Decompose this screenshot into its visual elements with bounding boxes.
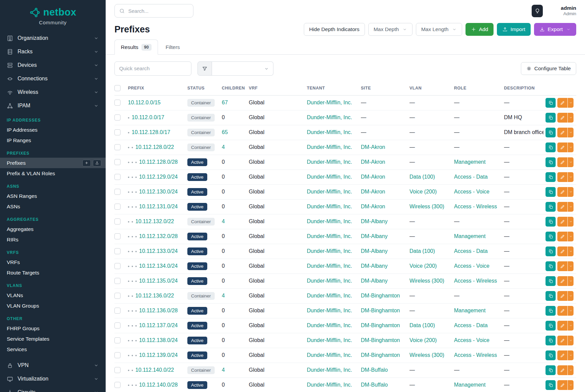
edit-dropdown-caret[interactable]: [568, 232, 574, 241]
column-header-tenant[interactable]: TENANT: [307, 81, 361, 95]
row-checkbox[interactable]: [114, 174, 121, 180]
site-link[interactable]: DM-Binghamton: [361, 308, 400, 313]
sidebar-item-ip-ranges[interactable]: IP Ranges: [0, 135, 106, 146]
column-header-vrf[interactable]: VRF: [249, 81, 307, 95]
column-header-vlan[interactable]: VLAN: [409, 81, 454, 95]
edit-button[interactable]: [557, 98, 567, 108]
copy-button[interactable]: [546, 172, 556, 182]
vlan-link[interactable]: Voice (200): [409, 263, 437, 269]
prefix-link[interactable]: 10.112.128.0/28: [139, 159, 178, 165]
prefix-link[interactable]: 10.112.128.0/22: [135, 144, 174, 150]
role-link[interactable]: Access - Voice: [454, 263, 489, 269]
edit-dropdown-caret[interactable]: [568, 142, 574, 152]
site-link[interactable]: DM-Buffalo: [361, 367, 388, 373]
sidebar-item-service-templates[interactable]: Service Templates: [0, 334, 106, 344]
copy-button[interactable]: [546, 142, 556, 152]
tenant-link[interactable]: Dunder-Mifflin, Inc.: [307, 263, 352, 269]
edit-dropdown-caret[interactable]: [568, 187, 574, 197]
prefix-link[interactable]: 10.112.129.0/24: [139, 174, 178, 180]
tenant-link[interactable]: Dunder-Mifflin, Inc.: [307, 174, 352, 180]
edit-button[interactable]: [557, 142, 567, 152]
sidebar-item-ipam[interactable]: IPAM: [0, 99, 106, 112]
children-link[interactable]: 4: [222, 293, 225, 298]
sidebar-item-rirs[interactable]: RIRs: [0, 234, 106, 245]
copy-button[interactable]: [546, 291, 556, 301]
edit-dropdown-caret[interactable]: [568, 306, 574, 316]
edit-button[interactable]: [557, 187, 567, 197]
edit-button[interactable]: [557, 350, 567, 360]
row-checkbox[interactable]: [114, 278, 121, 284]
tenant-link[interactable]: Dunder-Mifflin, Inc.: [307, 189, 352, 194]
row-checkbox[interactable]: [114, 129, 121, 135]
edit-dropdown-caret[interactable]: [568, 98, 574, 108]
copy-button[interactable]: [546, 365, 556, 375]
role-link[interactable]: Access - Voice: [454, 337, 489, 343]
prefix-link[interactable]: 10.112.135.0/24: [139, 278, 178, 284]
copy-button[interactable]: [546, 202, 556, 212]
role-link[interactable]: Access - Wireless: [454, 278, 497, 284]
site-link[interactable]: DM-Akron: [361, 189, 385, 194]
sidebar-item-circuits[interactable]: Circuits: [0, 386, 106, 392]
tenant-link[interactable]: Dunder-Mifflin, Inc.: [307, 322, 352, 328]
prefix-link[interactable]: 10.112.138.0/24: [139, 337, 178, 343]
row-checkbox[interactable]: [114, 189, 121, 195]
children-link[interactable]: 65: [222, 129, 228, 135]
tab-filters[interactable]: Filters: [159, 40, 186, 55]
prefix-link[interactable]: 10.112.136.0/22: [135, 293, 174, 298]
edit-button[interactable]: [557, 246, 567, 256]
site-link[interactable]: DM-Binghamton: [361, 322, 400, 328]
edit-button[interactable]: [557, 128, 567, 137]
edit-button[interactable]: [557, 172, 567, 182]
edit-button[interactable]: [557, 157, 567, 167]
row-checkbox[interactable]: [114, 293, 121, 299]
tenant-link[interactable]: Dunder-Mifflin, Inc.: [307, 352, 352, 358]
site-link[interactable]: DM-Binghamton: [361, 352, 400, 358]
tenant-link[interactable]: Dunder-Mifflin, Inc.: [307, 204, 352, 209]
sidebar-item-racks[interactable]: Racks: [0, 45, 106, 58]
import-button[interactable]: Import: [497, 23, 531, 36]
sidebar-item-aggregates[interactable]: Aggregates: [0, 224, 106, 234]
sidebar-item-organization[interactable]: Organization: [0, 31, 106, 45]
edit-dropdown-caret[interactable]: [568, 365, 574, 375]
row-checkbox[interactable]: [114, 204, 121, 210]
prefix-link[interactable]: 10.112.131.0/24: [139, 204, 178, 209]
sidebar-item-virtualization[interactable]: Virtualization: [0, 372, 106, 386]
user-menu[interactable]: admin Admin: [561, 5, 576, 17]
row-checkbox[interactable]: [114, 352, 121, 358]
sidebar-item-devices[interactable]: Devices: [0, 58, 106, 72]
edit-button[interactable]: [557, 306, 567, 316]
row-checkbox[interactable]: [114, 248, 121, 254]
site-link[interactable]: DM-Albany: [361, 218, 388, 224]
children-link[interactable]: 67: [222, 100, 228, 105]
column-header-prefix[interactable]: PREFIX: [128, 81, 187, 95]
hide-depth-indicators-button[interactable]: Hide Depth Indicators: [304, 23, 365, 36]
sidebar-item-vlan-groups[interactable]: VLAN Groups: [0, 300, 106, 311]
children-link[interactable]: 4: [222, 367, 225, 373]
prefix-link[interactable]: 10.112.139.0/24: [139, 352, 178, 358]
tenant-link[interactable]: Dunder-Mifflin, Inc.: [307, 308, 352, 313]
vlan-link[interactable]: Voice (200): [409, 189, 437, 194]
tenant-link[interactable]: Dunder-Mifflin, Inc.: [307, 159, 352, 165]
edit-button[interactable]: [557, 113, 567, 123]
column-header-children[interactable]: CHILDREN: [222, 81, 249, 95]
site-link[interactable]: DM-Binghamton: [361, 293, 400, 298]
add-button[interactable]: Add: [466, 23, 494, 36]
sidebar-item-connections[interactable]: Connections: [0, 72, 106, 85]
quick-add-button[interactable]: [82, 160, 91, 166]
copy-button[interactable]: [546, 276, 556, 286]
copy-button[interactable]: [546, 350, 556, 360]
edit-dropdown-caret[interactable]: [568, 350, 574, 360]
copy-button[interactable]: [546, 128, 556, 137]
tab-results[interactable]: Results90: [114, 40, 158, 55]
edit-dropdown-caret[interactable]: [568, 276, 574, 286]
prefix-link[interactable]: 10.112.137.0/24: [139, 322, 178, 328]
tenant-link[interactable]: Dunder-Mifflin, Inc.: [307, 293, 352, 298]
tenant-link[interactable]: Dunder-Mifflin, Inc.: [307, 144, 352, 150]
saved-filter-select[interactable]: [212, 61, 273, 76]
site-link[interactable]: DM-Albany: [361, 278, 388, 284]
sidebar-item-asns[interactable]: ASNs: [0, 201, 106, 212]
role-link[interactable]: Management: [454, 308, 485, 313]
copy-button[interactable]: [546, 113, 556, 123]
sidebar-item-ip-addresses[interactable]: IP Addresses: [0, 125, 106, 135]
prefix-link[interactable]: 10.112.132.0/28: [139, 233, 178, 239]
